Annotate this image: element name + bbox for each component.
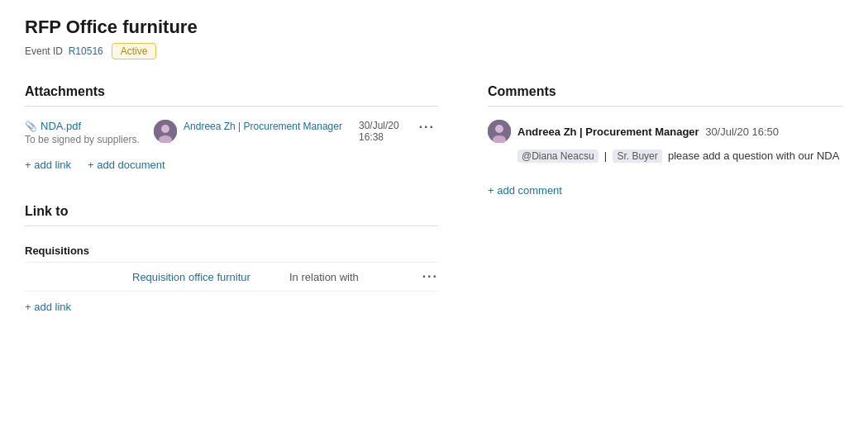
- event-id-row: Event ID R10516 Active: [25, 43, 843, 59]
- attachment-actions: + add link + add document: [25, 159, 438, 171]
- event-id-value: R10516: [69, 45, 103, 57]
- add-document-button[interactable]: + add document: [88, 159, 165, 171]
- mention-tag-role: Sr. Buyer: [613, 149, 661, 163]
- avatar: [154, 120, 177, 143]
- main-content: Attachments 📎 NDA.pdf To be signed by su…: [25, 84, 843, 313]
- attachment-info: 📎 NDA.pdf To be signed by suppliers.: [25, 120, 144, 145]
- comment-avatar: [488, 120, 511, 143]
- page-header: RFP Office furniture Event ID R10516 Act…: [25, 17, 843, 59]
- req-more-button[interactable]: ···: [413, 269, 438, 284]
- add-link-button[interactable]: + add link: [25, 159, 71, 171]
- comment-date: 30/Jul/20 16:50: [703, 126, 780, 138]
- uploader-block: Andreea Zh | Procurement Manager: [154, 120, 342, 143]
- uploader-name: Andreea Zh | Procurement Manager: [184, 120, 342, 134]
- attachment-filename[interactable]: 📎 NDA.pdf: [25, 120, 144, 132]
- attachment-description: To be signed by suppliers.: [25, 134, 144, 145]
- event-id-label: Event ID R10516: [25, 45, 103, 57]
- link-to-section: Link to Requisitions Requisition office …: [25, 204, 438, 313]
- comment-text: please add a question with our NDA: [668, 149, 839, 162]
- page-title: RFP Office furniture: [25, 17, 843, 38]
- comment-body: @Diana Neacsu | Sr. Buyer please add a q…: [488, 148, 843, 164]
- add-comment-row: + add comment: [488, 178, 843, 197]
- requisitions-table: Requisitions Requisition office furnitur…: [25, 240, 438, 292]
- add-link-to-button[interactable]: + add link: [25, 301, 71, 313]
- link-to-title: Link to: [25, 204, 438, 226]
- req-name[interactable]: Requisition office furnitur: [132, 271, 289, 283]
- add-comment-button[interactable]: + add comment: [488, 184, 562, 197]
- comment-author-date: Andreea Zh | Procurement Manager 30/Jul/…: [517, 125, 779, 138]
- attachments-section: Attachments 📎 NDA.pdf To be signed by su…: [25, 84, 438, 171]
- link-to-add-link: + add link: [25, 300, 438, 313]
- attachments-title: Attachments: [25, 84, 438, 107]
- requisition-row: Requisition office furnitur In relation …: [25, 263, 438, 292]
- comment-header: Andreea Zh | Procurement Manager 30/Jul/…: [488, 120, 843, 143]
- comment-item: Andreea Zh | Procurement Manager 30/Jul/…: [488, 120, 843, 164]
- col-type-header: Requisitions: [25, 244, 132, 257]
- status-badge: Active: [112, 43, 157, 59]
- comments-section: Comments Andreea Zh | Procurement Manage…: [488, 84, 843, 313]
- left-panel: Attachments 📎 NDA.pdf To be signed by su…: [25, 84, 438, 313]
- comment-author: Andreea Zh | Procurement Manager: [517, 126, 699, 138]
- clip-icon: 📎: [25, 121, 37, 132]
- upload-date: 30/Jul/20 16:38: [359, 120, 399, 143]
- svg-point-4: [495, 125, 503, 133]
- comments-title: Comments: [488, 84, 843, 107]
- requisitions-header-row: Requisitions: [25, 240, 438, 263]
- req-relation: In relation with: [289, 271, 413, 283]
- attachment-more-button[interactable]: ···: [416, 120, 438, 135]
- attachment-row: 📎 NDA.pdf To be signed by suppliers.: [25, 120, 438, 145]
- svg-point-1: [161, 125, 169, 133]
- mention-tag-1: @Diana Neacsu: [517, 149, 599, 163]
